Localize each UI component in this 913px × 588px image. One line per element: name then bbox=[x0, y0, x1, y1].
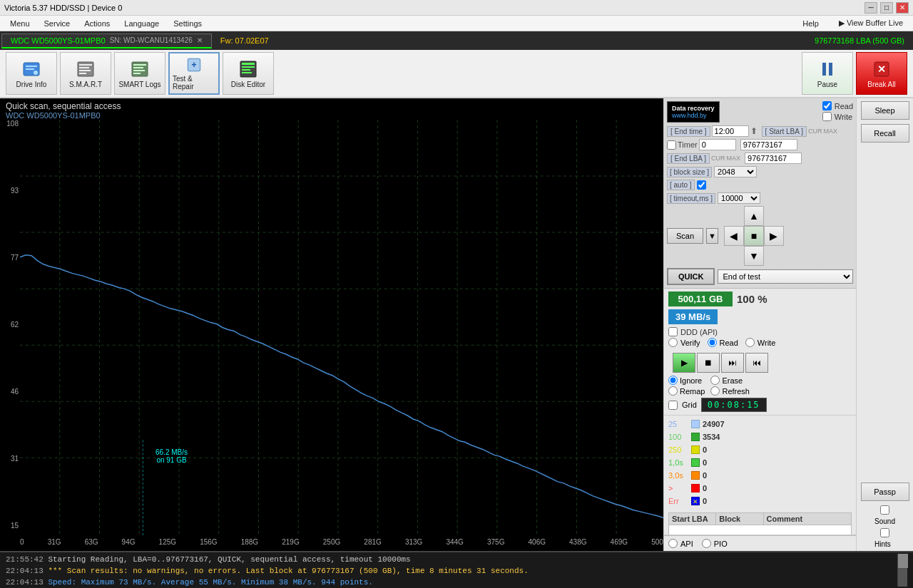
menu-item-settings[interactable]: Settings bbox=[166, 18, 209, 29]
drive-tab[interactable]: WDC WD5000YS-01MPB0 SN: WD-WCANU1413426 … bbox=[1, 33, 212, 48]
test-repair-icon: + bbox=[184, 56, 204, 73]
grid-checkbox[interactable] bbox=[668, 401, 678, 410]
timeout-label: [ timeout,ms ] bbox=[667, 193, 715, 204]
end-time-label: [ End time ] bbox=[667, 126, 710, 137]
start-lba-input[interactable] bbox=[740, 139, 797, 150]
auto-checkbox[interactable] bbox=[697, 180, 706, 190]
chart-title: Quick scan, sequential access bbox=[6, 101, 121, 111]
api-radio[interactable] bbox=[668, 539, 678, 548]
stat-err-color: ✕ bbox=[691, 497, 700, 505]
ddd-api-check[interactable] bbox=[668, 327, 678, 336]
skip-end-btn[interactable]: ⏮ bbox=[745, 353, 768, 373]
smart-logs-button[interactable]: SMART Logs bbox=[114, 52, 165, 95]
smart-button[interactable]: S.M.A.R.T bbox=[60, 52, 111, 95]
logo-line1: Data recovery bbox=[672, 105, 715, 112]
play-btn[interactable]: ▶ bbox=[673, 353, 695, 373]
sleep-button[interactable]: Sleep bbox=[861, 101, 909, 120]
drive-info-button[interactable]: Drive Info bbox=[6, 52, 57, 95]
timer-input[interactable] bbox=[699, 139, 736, 150]
read-radio[interactable] bbox=[708, 338, 717, 347]
erase-radio[interactable] bbox=[710, 376, 720, 385]
menu-item-actions[interactable]: Actions bbox=[77, 18, 117, 29]
smart-icon bbox=[76, 59, 96, 79]
read-radio-label: Read bbox=[720, 339, 738, 347]
stat-1s: 1,0s 0 bbox=[668, 458, 725, 467]
break-all-button[interactable]: ✕ Break All bbox=[856, 52, 907, 95]
end-time-input[interactable] bbox=[712, 125, 749, 137]
disk-editor-button[interactable]: Disk Editor bbox=[223, 52, 274, 95]
pio-radio[interactable] bbox=[702, 539, 711, 548]
write-radio[interactable] bbox=[745, 338, 755, 347]
refresh-radio[interactable] bbox=[710, 386, 720, 396]
timer-checkbox[interactable] bbox=[667, 140, 676, 150]
end-lba-input[interactable] bbox=[745, 153, 802, 164]
svg-rect-18 bbox=[242, 66, 255, 68]
svg-rect-19 bbox=[242, 69, 250, 71]
test-repair-button[interactable]: + Test & Repair bbox=[168, 52, 220, 95]
read-checkbox[interactable] bbox=[822, 101, 832, 110]
grid-label: Grid bbox=[682, 401, 697, 409]
menu-help[interactable]: Help bbox=[795, 18, 826, 29]
stat-250: 250 0 bbox=[668, 445, 725, 454]
chart-yaxis: 108 93 77 62 46 31 15 bbox=[0, 98, 20, 530]
write-checkbox[interactable] bbox=[822, 112, 832, 121]
recall-button[interactable]: Recall bbox=[861, 124, 909, 143]
write-check-row: Write bbox=[822, 112, 853, 121]
stop-btn[interactable]: ⏹ bbox=[697, 353, 720, 373]
disk-editor-label: Disk Editor bbox=[231, 81, 265, 88]
stat-err: Err ✕ 0 bbox=[668, 497, 725, 505]
timeout-select[interactable]: 10000 bbox=[718, 192, 760, 204]
maximize-btn[interactable]: □ bbox=[880, 2, 893, 14]
verify-radio[interactable] bbox=[668, 338, 678, 347]
logo-line2: www.hdd.by bbox=[672, 112, 715, 119]
toolbar: Drive Info S.M.A.R.T SMART Logs + Test &… bbox=[0, 50, 913, 98]
stat-100: 100 3534 bbox=[668, 433, 725, 441]
close-btn[interactable]: ✕ bbox=[896, 2, 909, 14]
api-label: API bbox=[680, 540, 693, 548]
write-radio-label: Write bbox=[758, 339, 775, 347]
gb-display: 500,11 GB bbox=[668, 292, 733, 306]
drive-fw: Fw: 07.02E07 bbox=[213, 34, 276, 47]
read-check-row: Read bbox=[822, 101, 853, 110]
arrow-down-btn[interactable]: ▼ bbox=[744, 246, 764, 266]
arrow-up-btn[interactable]: ▲ bbox=[744, 206, 764, 226]
scan-button[interactable]: Scan bbox=[667, 228, 703, 244]
menu-item-service[interactable]: Service bbox=[37, 18, 78, 29]
menu-item-language[interactable]: Language bbox=[117, 18, 166, 29]
svg-rect-12 bbox=[133, 70, 145, 71]
quick-button[interactable]: QUICK bbox=[667, 268, 715, 285]
logo-box: Data recovery www.hdd.by bbox=[667, 101, 720, 123]
remap-radio[interactable] bbox=[668, 386, 678, 396]
arrow-center-btn[interactable]: ■ bbox=[744, 226, 764, 246]
sound-checkbox[interactable] bbox=[874, 505, 895, 515]
verify-label: Verify bbox=[680, 339, 700, 347]
menu-item-menu[interactable]: Menu bbox=[3, 18, 37, 29]
drive-name: WDC WD5000YS-01MPB0 bbox=[11, 36, 106, 45]
break-icon: ✕ bbox=[872, 59, 892, 79]
scan-dropdown-btn[interactable]: ▼ bbox=[706, 228, 718, 244]
minimize-btn[interactable]: ─ bbox=[864, 2, 877, 14]
menu-view-buffer[interactable]: ▶ View Buffer Live bbox=[832, 17, 910, 29]
drive-info-icon bbox=[21, 59, 41, 79]
pause-button[interactable]: Pause bbox=[802, 52, 853, 95]
read-label: Read bbox=[835, 102, 853, 110]
log-scrollbar[interactable] bbox=[897, 554, 907, 587]
empty-cell3 bbox=[724, 246, 744, 266]
end-test-select[interactable]: End of test bbox=[718, 269, 853, 284]
arrow-left-btn[interactable]: ◀ bbox=[724, 226, 744, 246]
passp-button[interactable]: Passp bbox=[861, 483, 909, 501]
disk-editor-icon bbox=[238, 59, 258, 79]
hints-checkbox[interactable] bbox=[874, 528, 895, 537]
block-size-select[interactable]: 2048 bbox=[714, 166, 757, 177]
stat-1s-color bbox=[691, 458, 700, 467]
skip-fwd-btn[interactable]: ⏭ bbox=[721, 353, 744, 373]
end-time-spinner[interactable]: ⬆ bbox=[750, 126, 758, 136]
ddd-label: DDD (API) bbox=[680, 328, 718, 336]
drive-tab-close[interactable]: ✕ bbox=[197, 36, 203, 44]
log-line-3: 22:04:13 Speed: Maximum 73 MB/s. Average… bbox=[6, 577, 897, 587]
ignore-radio[interactable] bbox=[668, 376, 678, 385]
speed-display: 39 MB/s bbox=[668, 309, 718, 324]
arrow-right-btn[interactable]: ▶ bbox=[764, 226, 784, 246]
svg-text:✕: ✕ bbox=[877, 63, 886, 75]
smart-logs-label: SMART Logs bbox=[118, 81, 160, 88]
